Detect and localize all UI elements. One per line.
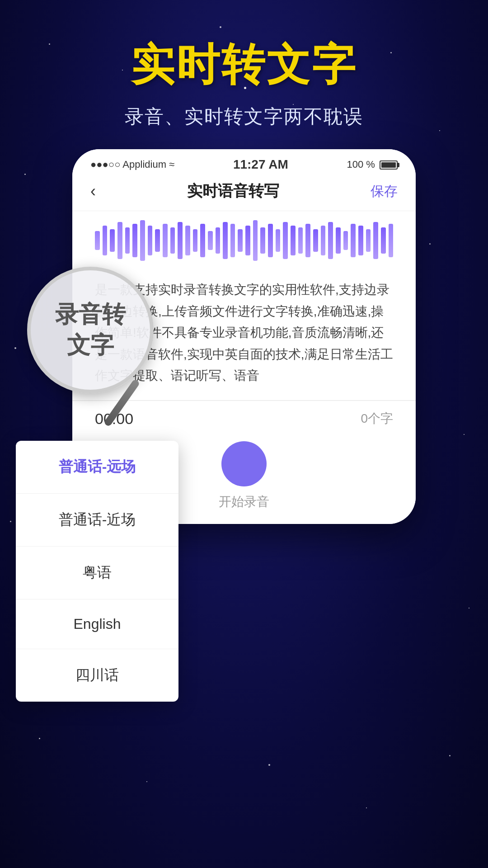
waveform-container xyxy=(72,211,416,270)
wave-bar xyxy=(291,226,296,255)
wave-bar xyxy=(95,231,100,250)
nav-bar: ‹ 实时语音转写 保存 xyxy=(72,176,416,211)
wave-bar xyxy=(200,224,205,257)
wave-bar xyxy=(155,229,160,252)
dropdown-item-1[interactable]: 普通话-近场 xyxy=(16,494,178,547)
wave-bar xyxy=(163,224,168,257)
wave-bar xyxy=(178,222,183,259)
wave-bar xyxy=(313,229,318,252)
main-title: 实时转文字 xyxy=(0,36,488,95)
wave-bar xyxy=(103,226,108,255)
magnifier-text-line1: 录音转 xyxy=(55,299,126,330)
wave-bar xyxy=(125,227,130,254)
word-count-display: 0个字 xyxy=(361,410,393,427)
battery-fill xyxy=(381,162,396,168)
save-button[interactable]: 保存 xyxy=(371,182,398,201)
wave-bar xyxy=(373,222,378,259)
wave-bar xyxy=(321,226,326,255)
dropdown-item-4[interactable]: 四川话 xyxy=(16,649,178,702)
battery-icon xyxy=(380,160,398,170)
wave-bar xyxy=(381,227,386,254)
signal-dots: ●●●○○ xyxy=(90,159,120,170)
wave-bar xyxy=(245,226,250,255)
wave-bar xyxy=(268,224,273,257)
wave-bar xyxy=(230,224,235,257)
wave-bar xyxy=(343,231,348,250)
wave-bar xyxy=(170,227,175,254)
magnifier: 录音转 文字 xyxy=(27,267,181,420)
wave-bar xyxy=(276,229,281,252)
status-bar: ●●●○○ Applidium ≈ 11:27 AM 100 % xyxy=(72,149,416,176)
wave-bar xyxy=(238,229,243,252)
magnifier-handle xyxy=(103,378,141,427)
wave-bar xyxy=(336,227,341,254)
wave-bar xyxy=(117,222,122,259)
battery-percent: 100 % xyxy=(347,159,375,170)
carrier-name: Applidium xyxy=(122,159,166,170)
carrier-label: ●●●○○ Applidium ≈ xyxy=(90,159,174,170)
wave-bar xyxy=(148,226,153,255)
wave-bar xyxy=(298,227,303,254)
wave-bar xyxy=(253,220,258,261)
page-title: 实时语音转写 xyxy=(187,181,279,202)
wave-bar xyxy=(132,224,137,257)
magnifier-circle: 录音转 文字 xyxy=(27,267,154,393)
language-dropdown: 普通话-远场普通话-近场粤语English四川话 xyxy=(16,441,178,702)
dropdown-item-2[interactable]: 粤语 xyxy=(16,547,178,599)
wave-bar xyxy=(208,231,213,250)
wave-bar xyxy=(366,229,371,252)
wave-bar xyxy=(110,229,115,252)
wifi-icon: ≈ xyxy=(169,159,174,170)
wave-bar xyxy=(358,226,363,255)
wave-bar xyxy=(328,222,333,259)
wave-bar xyxy=(140,220,145,261)
wave-bar xyxy=(283,222,288,259)
wave-bar xyxy=(389,224,394,257)
wave-bar xyxy=(193,229,198,252)
record-button[interactable] xyxy=(221,441,267,486)
wave-bar xyxy=(216,227,221,254)
subtitle: 录音、实时转文字两不耽误 xyxy=(0,104,488,129)
status-time: 11:27 AM xyxy=(233,157,288,172)
wave-bar xyxy=(223,222,228,259)
wave-bar xyxy=(185,226,190,255)
wave-bar xyxy=(305,224,310,257)
dropdown-item-3[interactable]: English xyxy=(16,599,178,649)
magnifier-text-line2: 文字 xyxy=(67,330,114,361)
wave-bar xyxy=(351,224,356,257)
battery-status: 100 % xyxy=(347,159,398,170)
header-section: 实时转文字 录音、实时转文字两不耽误 xyxy=(0,36,488,129)
wave-bar xyxy=(260,227,265,254)
dropdown-item-0[interactable]: 普通话-远场 xyxy=(16,441,178,494)
back-button[interactable]: ‹ xyxy=(90,182,96,201)
